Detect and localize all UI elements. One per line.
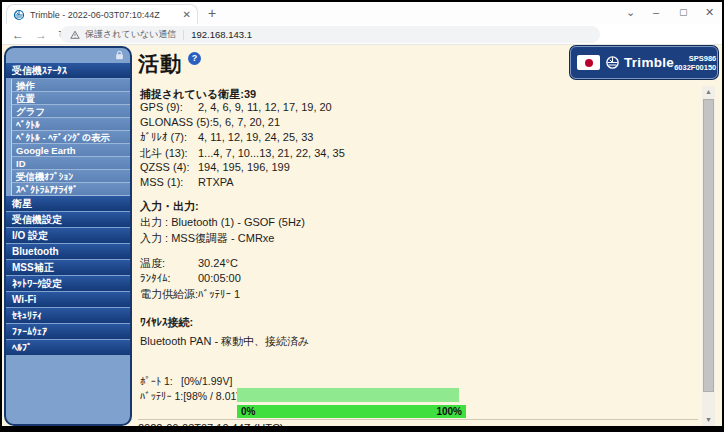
scroll-up-icon[interactable]: ▲ <box>702 86 715 98</box>
omnibox-divider <box>183 30 184 40</box>
sidebar-item-vector-heading[interactable]: ﾍﾞｸﾄﾙ - ﾍﾃﾞｨﾝｸﾞの表示 <box>11 131 130 144</box>
sidebar-section-io-config[interactable]: I/O 設定 <box>6 228 130 243</box>
runtime-row: ﾗﾝﾀｲﾑ:00:05:00 <box>140 272 241 284</box>
scale-max-label: 100% <box>436 406 462 417</box>
url-text[interactable]: 192.168.143.1 <box>191 29 252 40</box>
port-value: [0%/1.99V] <box>181 375 238 387</box>
status-value: 30.24°C <box>198 257 238 269</box>
page-scrollbar[interactable]: ▲ ▼ <box>702 86 715 426</box>
sat-value: 5, 6, 7, 20, 21 <box>213 116 280 128</box>
sat-value: 4, 11, 12, 19, 24, 25, 33 <box>198 131 313 143</box>
sidebar-section-receiver-config[interactable]: 受信機設定 <box>6 212 130 227</box>
sat-value: 194, 195, 196, 199 <box>198 161 290 173</box>
battery-scale-bar: 0% 100% <box>237 405 466 418</box>
sidebar-item-position[interactable]: 位置 <box>11 92 130 105</box>
security-chip-label[interactable]: 保護されていない通信 <box>85 28 176 41</box>
tab-close-icon[interactable]: ✕ <box>183 9 191 20</box>
sat-value: RTXPA <box>198 176 234 188</box>
sat-label: QZSS (4): <box>140 161 198 173</box>
sidebar-section-receiver-status[interactable]: 受信機ｽﾃｰﾀｽ <box>6 63 130 78</box>
sat-label: GPS (9): <box>140 101 198 113</box>
sidebar-item-google-earth[interactable]: Google Earth <box>11 144 130 157</box>
io-output-line: 出力 : Bluetooth (1) - GSOF (5Hz) <box>140 215 305 230</box>
status-label: 電力供給源: <box>140 287 198 302</box>
satellites-heading: 捕捉されている衛星:39 <box>140 87 256 102</box>
lock-icon <box>115 50 124 60</box>
sidebar-section-wifi[interactable]: Wi-Fi <box>6 292 130 307</box>
sidebar-item-activity[interactable]: 操作 <box>11 79 130 92</box>
sidebar-section-help[interactable]: ﾍﾙﾌﾟ <box>6 340 130 355</box>
satellite-row-mss: MSS (1):RTXPA <box>140 176 234 188</box>
wireless-status-line: Bluetooth PAN - 稼動中、接続済み <box>140 334 309 349</box>
sat-label: ｶﾞﾘﾚｵ (7): <box>140 131 198 143</box>
battery-level-bar <box>237 388 464 402</box>
satellite-row-gps: GPS (9):2, 4, 6, 9, 11, 12, 17, 19, 20 <box>140 101 332 113</box>
sidebar-section-satellites[interactable]: 衛星 <box>6 196 130 211</box>
temperature-row: 温度:30.24°C <box>140 256 238 271</box>
scale-min-label: 0% <box>241 406 255 417</box>
not-secure-warning-icon <box>70 30 80 40</box>
scrollbar-thumb[interactable] <box>703 99 714 392</box>
minimize-button[interactable]: – <box>653 6 659 18</box>
sat-label: GLONASS (5): <box>140 116 213 128</box>
battery-level-fill <box>237 388 459 402</box>
sidebar-item-receiver-options[interactable]: 受信機ｵﾌﾟｼｮﾝ <box>11 170 130 183</box>
receiver-web-page: 受信機ｽﾃｰﾀｽ 操作 位置 グラフ ﾍﾞｸﾄﾙ ﾍﾞｸﾄﾙ - ﾍﾃﾞｨﾝｸﾞ… <box>2 45 722 426</box>
sidebar-item-graph[interactable]: グラフ <box>11 105 130 118</box>
sidebar-item-id[interactable]: ID <box>11 157 130 170</box>
main-content: 捕捉されている衛星:39 GPS (9):2, 4, 6, 9, 11, 12,… <box>138 45 704 426</box>
browser-toolbar: ← → ↻ 保護されていない通信 192.168.143.1 文ᴬ ☆ <box>2 24 722 45</box>
sidebar-section-firmware[interactable]: ﾌｧｰﾑｳｪｱ <box>6 324 130 339</box>
status-label: ﾗﾝﾀｲﾑ: <box>140 272 198 284</box>
sidebar-item-spectrum-analyzer[interactable]: ｽﾍﾟｸﾄﾗﾑｱﾅﾗｲｻﾞ <box>11 183 130 196</box>
tab-strip: Trimble - 2022-06-03T07:10:44Z ✕ + ⌄ – ▢… <box>2 2 722 24</box>
sidebar-item-vector[interactable]: ﾍﾞｸﾄﾙ <box>11 118 130 131</box>
new-tab-button[interactable]: + <box>208 5 216 21</box>
sidebar-submenu: 操作 位置 グラフ ﾍﾞｸﾄﾙ ﾍﾞｸﾄﾙ - ﾍﾃﾞｨﾝｸﾞの表示 Googl… <box>6 79 130 196</box>
footer-divider <box>138 419 698 420</box>
status-value: ﾊﾞｯﾃﾘｰ 1 <box>198 288 240 300</box>
satellite-row-qzss: QZSS (4):194, 195, 196, 199 <box>140 161 290 173</box>
screenshot-frame: Trimble - 2022-06-03T07:10:44Z ✕ + ⌄ – ▢… <box>0 0 724 432</box>
sidebar-top-bar <box>6 48 130 63</box>
sidebar-section-bluetooth[interactable]: Bluetooth <box>6 244 130 259</box>
io-heading: 入力・出力: <box>140 199 199 214</box>
forward-button[interactable]: → <box>35 28 47 42</box>
battery-label: ﾊﾞｯﾃﾘｰ 1: <box>140 390 183 402</box>
window-close-button[interactable]: ✕ <box>705 6 714 19</box>
sat-label: 北斗 (13): <box>140 146 198 161</box>
footer-timestamp: 2022-06-03T07:10:44Z (UTC) <box>138 422 284 426</box>
satellite-row-galileo: ｶﾞﾘﾚｵ (7):4, 11, 12, 19, 24, 25, 33 <box>140 131 313 143</box>
scroll-down-icon[interactable]: ▼ <box>702 414 715 426</box>
status-label: 温度: <box>140 256 198 271</box>
sat-value: 2, 4, 6, 9, 11, 12, 17, 19, 20 <box>198 101 332 113</box>
sat-value: 1...4, 7, 10...13, 21, 22, 34, 35 <box>198 147 345 159</box>
satellite-row-beidou: 北斗 (13):1...4, 7, 10...13, 21, 22, 34, 3… <box>140 146 345 161</box>
address-bar[interactable]: 保護されていない通信 192.168.143.1 <box>60 26 600 43</box>
satellite-row-glonass: GLONASS (5):5, 6, 7, 20, 21 <box>140 116 280 128</box>
battery-row: ﾊﾞｯﾃﾘｰ 1:[98% / 8.01V] <box>140 390 246 402</box>
maximize-button[interactable]: ▢ <box>679 7 688 17</box>
sidebar-menu: 受信機ｽﾃｰﾀｽ 操作 位置 グラフ ﾍﾞｸﾄﾙ ﾍﾞｸﾄﾙ - ﾍﾃﾞｨﾝｸﾞ… <box>4 46 132 426</box>
browser-tab[interactable]: Trimble - 2022-06-03T07:10:44Z ✕ <box>6 4 198 24</box>
tab-title: Trimble - 2022-06-03T07:10:44Z <box>30 10 179 20</box>
wireless-heading: ﾜｲﾔﾚｽ接続: <box>140 315 193 330</box>
io-input-line: 入力 : MSS復調器 - CMRxe <box>140 231 274 246</box>
port-label: ﾎﾟｰﾄ 1: <box>140 375 181 387</box>
sidebar-section-mss-correction[interactable]: MSS補正 <box>6 260 130 275</box>
sidebar-section-network-config[interactable]: ﾈｯﾄﾜｰｸ設定 <box>6 276 130 291</box>
tab-search-icon[interactable]: ⌄ <box>626 6 635 19</box>
browser-window: Trimble - 2022-06-03T07:10:44Z ✕ + ⌄ – ▢… <box>2 2 722 426</box>
status-value: 00:05:00 <box>198 272 241 284</box>
sidebar-section-security[interactable]: ｾｷｭﾘﾃｨ <box>6 308 130 323</box>
trimble-favicon-icon <box>13 9 25 21</box>
back-button[interactable]: ← <box>12 28 24 42</box>
port-row: ﾎﾟｰﾄ 1:[0%/1.99V] <box>140 375 238 387</box>
sat-label: MSS (1): <box>140 176 198 188</box>
power-source-row: 電力供給源:ﾊﾞｯﾃﾘｰ 1 <box>140 287 240 302</box>
